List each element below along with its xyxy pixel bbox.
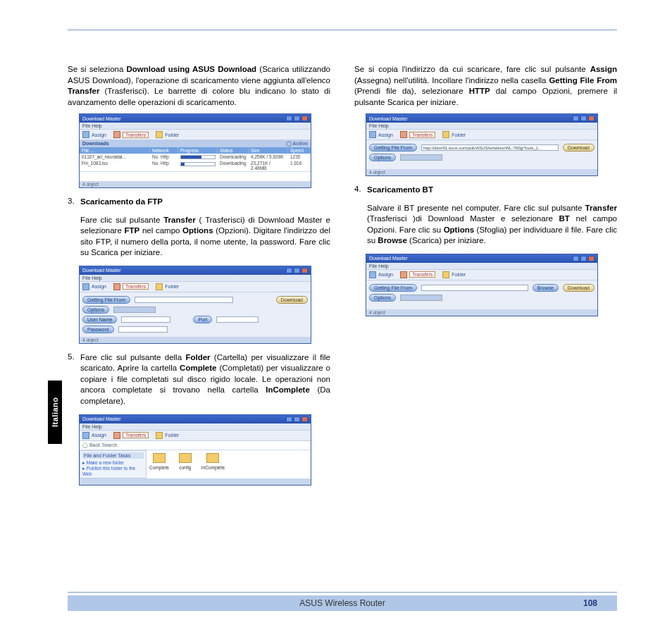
screenshot-http: Download Master File Help Assign Transfe… <box>366 113 598 176</box>
step-5: 5. Fare clic sul pulsante della Folder (… <box>68 352 330 407</box>
step-4: 4. Scaricamento BT Salvare il BT present… <box>354 185 617 247</box>
screenshot-bt: Download Master File Help Assign Transfe… <box>366 254 598 316</box>
left-intro-para: Se si seleziona Download using ASUS Down… <box>68 64 330 108</box>
page-footer: ASUS Wireless Router 108 <box>68 592 617 611</box>
screenshot-folder: Download Master File Help Assign Transfe… <box>79 414 311 486</box>
step-3: 3. Scaricamento da FTP Fare clic sul pul… <box>68 197 330 259</box>
step-3-title: Scaricamento da FTP <box>80 197 163 206</box>
language-tab: Italiano <box>48 381 62 444</box>
step-4-title: Scaricamento BT <box>367 185 433 194</box>
footer-title: ASUS Wireless Router <box>299 598 385 608</box>
top-rule <box>68 30 617 30</box>
page-content: Se si seleziona Download using ASUS Down… <box>68 30 617 493</box>
right-column: Se si copia l'indirizzo da cui scaricare… <box>354 64 617 493</box>
window-buttons <box>286 116 308 121</box>
page-number: 108 <box>583 598 597 608</box>
screenshot-ftp: Download Master File Help Assign Transfe… <box>79 266 311 344</box>
screenshot-transfer-list: Download Master File Help Assign Transfe… <box>79 113 311 188</box>
left-column: Se si seleziona Download using ASUS Down… <box>68 64 330 493</box>
right-intro-para: Se si copia l'indirizzo da cui scaricare… <box>354 64 617 108</box>
